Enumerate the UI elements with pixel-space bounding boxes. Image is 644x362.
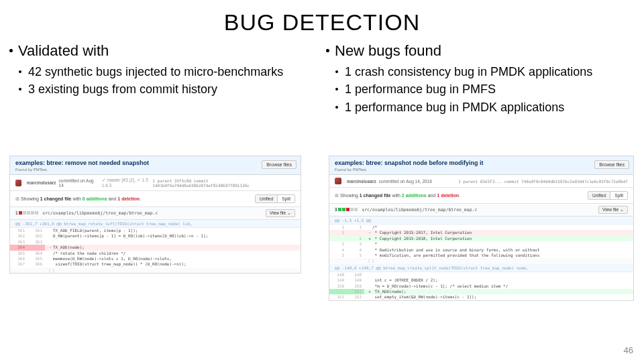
commit-header: examples: btree: snapshot node before mo…	[329, 156, 633, 175]
deletions-count: 1 deletion	[117, 196, 140, 201]
diff-line: 361361 TX_ADD_FIELD(parent, items[p - 1]…	[10, 228, 301, 233]
diff-line: 362362 D_RW(parent)->items[p - 1] = D_RO…	[10, 233, 301, 239]
commit-card-left: examples: btree: remove not needed snaps…	[9, 156, 301, 274]
unified-button[interactable]: Unified	[256, 195, 278, 202]
content-columns: Validated with 42 synthetic bugs injecte…	[0, 42, 644, 117]
commit-title: examples: btree: remove not needed snaps…	[15, 160, 295, 166]
diff-line: 2- * Copyright 2015-2017, Intel Corporat…	[329, 230, 633, 235]
left-column: Validated with 42 synthetic bugs injecte…	[5, 42, 322, 117]
left-list: 42 synthetic bugs injected to micro-benc…	[9, 64, 318, 98]
changed-files-count: 1 changed file	[360, 193, 391, 198]
branch-info: ✓ master (#3 (2), ✓ 1.5 1.4.3	[102, 178, 153, 188]
browse-files-button[interactable]: Browse files	[594, 160, 629, 169]
diff-table: 361361 TX_ADD_FIELD(parent, items[p - 1]…	[10, 228, 301, 267]
diff-line: 367366 sizeof(TOID(struct tree_map_node)…	[10, 261, 301, 267]
changed-files-count: 1 changed file	[40, 196, 72, 201]
diffstat-icon	[19, 211, 38, 215]
author-name[interactable]: marcinslusarz	[347, 179, 376, 184]
right-heading: New bugs found	[326, 42, 635, 60]
diff-line: 150150 *m = D_RO(node)->items[c - 1]; /*…	[329, 284, 633, 289]
avatar	[335, 178, 341, 184]
right-item: 1 performance bug in PMDK applications	[345, 99, 635, 115]
left-heading-text: Validated with	[18, 42, 109, 59]
diff-view-toggle[interactable]: Unified Split	[588, 191, 628, 200]
commit-card-right: examples: btree: snapshot node before mo…	[329, 156, 634, 301]
commit-title: examples: btree: snapshot node before mo…	[335, 160, 628, 166]
diff-line: 2+ * Copyright 2015-2018, Intel Corporat…	[329, 236, 633, 241]
file-header-row: 3 src/examples/libpmemobj/tree_map/btree…	[329, 203, 633, 217]
view-file-button[interactable]: View file ⌄	[266, 209, 295, 217]
slide-number: 46	[624, 345, 633, 355]
commit-date: committed on Aug 14, 2018	[379, 179, 432, 184]
parent-sha: 1 parent 35f5c8d commit 1401b0f5e794d8a6…	[152, 178, 295, 188]
changed-files-bar: ⊞ Showing 1 changed file with 2 addition…	[329, 188, 633, 203]
avatar	[15, 180, 21, 186]
left-item: 42 synthetic bugs injected to micro-benc…	[28, 64, 318, 80]
changed-files-bar: ⊞ Showing 1 changed file with 0 addition…	[10, 191, 301, 206]
diff-line: 151+ TX_ADD(node);	[329, 289, 633, 294]
diff-line: 148148	[329, 272, 633, 278]
commit-byline: marcinslusarz committed on Aug 14 ✓ mast…	[10, 175, 301, 191]
diff-line: 44 * Redistribution and use in source an…	[329, 247, 633, 253]
diff-line: 363363	[10, 239, 301, 245]
right-heading-text: New bugs found	[335, 42, 441, 59]
parent-sha: 1 parent 03d3f3... commit 749a9f9c04b9db…	[458, 179, 628, 184]
right-item: 1 crash consistency bug in PMDK applicat…	[345, 64, 635, 80]
file-change-count: 1	[15, 210, 18, 215]
diff-table: 148148 149149 int c = (BTREE_ORDER / 2);…	[329, 272, 633, 300]
file-path[interactable]: src/examples/libpmemobj/tree_map/btree_m…	[42, 210, 158, 216]
unified-button[interactable]: Unified	[588, 192, 610, 199]
diff-line: 151152 set_empty_item(&D_RW(node)->items…	[329, 294, 633, 300]
diff-line: 364-TX_ADD(node);	[10, 245, 301, 250]
diffstat-icon	[338, 208, 358, 211]
expand-row[interactable]: ⋮⋮	[329, 258, 633, 263]
slide-title: BUG DETECTION	[0, 0, 644, 42]
deletions-count: 1 deletion	[437, 193, 459, 198]
right-column: New bugs found 1 crash consistency bug i…	[322, 42, 639, 117]
hunk-header: @@ -1,5 +1,5 @@	[329, 217, 633, 225]
diff-view-toggle[interactable]: Unified Split	[255, 194, 295, 203]
left-heading: Validated with	[9, 42, 318, 60]
hunk-header: @@ -361,7 +361,6 @@ btree_map_rotate_lef…	[10, 220, 301, 228]
file-change-count: 3	[335, 207, 337, 212]
expand-row[interactable]: ⋮⋮	[10, 267, 301, 273]
right-item: 1 performance bug in PMFS	[345, 81, 635, 97]
commit-byline: marcinslusarz committed on Aug 14, 2018 …	[329, 175, 633, 188]
commit-date: committed on Aug 14	[59, 178, 95, 188]
diff-line: 149149 int c = (BTREE_ORDER / 2);	[329, 278, 633, 283]
diff-line: 366365 memmove(D_RW(node)->slots + 1, D_…	[10, 256, 301, 261]
split-button[interactable]: Split	[278, 195, 294, 202]
diff-line: 365364 /* rotate the node children */	[10, 251, 301, 256]
diff-line: 55 * modification, are permitted provide…	[329, 253, 633, 258]
commit-header: examples: btree: remove not needed snaps…	[10, 156, 301, 175]
hunk-header: @@ -148,6 +148,7 @@ btree_map_create_spl…	[329, 264, 633, 272]
diff-line: 11 /*	[329, 225, 633, 230]
diff-table: 11 /*2- * Copyright 2015-2017, Intel Cor…	[329, 225, 633, 258]
author-name[interactable]: marcinslusarz	[27, 180, 56, 185]
file-path[interactable]: src/examples/libpmemobj/tree_map/btree_m…	[362, 207, 477, 213]
split-button[interactable]: Split	[610, 192, 627, 199]
commit-subtitle: Found by PMTest.	[335, 168, 628, 172]
additions-count: 2 additions	[402, 193, 427, 198]
file-header-row: 1 src/examples/libpmemobj/tree_map/btree…	[10, 206, 301, 220]
commit-subtitle: Found by PMTest.	[15, 168, 295, 172]
right-list: 1 crash consistency bug in PMDK applicat…	[326, 64, 635, 115]
browse-files-button[interactable]: Browse files	[262, 160, 297, 169]
diff-line: 33 *	[329, 241, 633, 247]
view-file-button[interactable]: View file ⌄	[598, 206, 628, 214]
additions-count: 0 additions	[83, 196, 107, 201]
left-item: 3 existing bugs from commit history	[28, 81, 318, 97]
